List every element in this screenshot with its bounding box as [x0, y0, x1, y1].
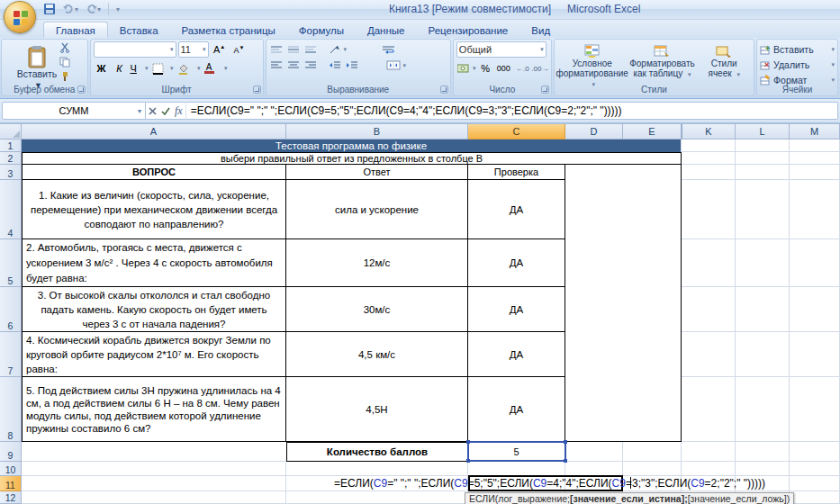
font-dialog-launcher[interactable]: [253, 86, 261, 94]
cell-m1[interactable]: [790, 140, 840, 152]
cell-d8[interactable]: [565, 377, 682, 442]
increase-font-button[interactable]: А▲: [211, 41, 229, 58]
cell-a8-question5[interactable]: 5. Под действием силы 3Н пружина удлинил…: [22, 377, 286, 442]
insert-function-button[interactable]: fx: [175, 104, 183, 118]
decrease-indent-button[interactable]: [328, 60, 342, 71]
cell-c8-check5[interactable]: ДА: [468, 377, 565, 442]
font-name-combo[interactable]: ▾: [94, 41, 176, 58]
cell-d6[interactable]: [565, 287, 682, 332]
save-button[interactable]: [41, 2, 58, 16]
enter-icon[interactable]: [161, 107, 170, 115]
cell-c10[interactable]: [468, 462, 565, 476]
cell-m4[interactable]: [790, 180, 840, 239]
row-header-6[interactable]: 6: [0, 287, 21, 332]
align-left-button[interactable]: [269, 60, 284, 71]
cell-l6[interactable]: [736, 287, 790, 332]
select-all-corner[interactable]: [0, 124, 22, 140]
format-painter-button[interactable]: [59, 70, 71, 83]
cell-b4-answer1[interactable]: сила и ускорение: [286, 180, 468, 239]
row-header-8[interactable]: 8: [0, 377, 21, 442]
cell-m11[interactable]: [790, 476, 840, 491]
cell-d3[interactable]: [565, 165, 682, 180]
cell-m5[interactable]: [790, 239, 840, 287]
row-header-12[interactable]: 12: [0, 491, 21, 504]
cell-l4[interactable]: [736, 180, 790, 239]
cell-a10[interactable]: [22, 462, 286, 476]
cell-b9-score-label[interactable]: Количество баллов: [286, 442, 468, 462]
row-header-4[interactable]: 4: [0, 180, 21, 239]
formula-input[interactable]: =ЕСЛИ(C9=" ";" ";ЕСЛИ(C9=5;"5";ЕСЛИ(C9=4…: [185, 102, 838, 120]
increase-indent-button[interactable]: [345, 60, 359, 71]
accounting-format-button[interactable]: ▾: [456, 60, 477, 76]
merge-center-button[interactable]: ▾: [385, 59, 408, 71]
decrease-font-button[interactable]: А▼: [230, 41, 248, 58]
row-header-3[interactable]: 3: [0, 165, 21, 180]
column-header-c[interactable]: C: [468, 124, 565, 140]
cell-m7[interactable]: [790, 332, 840, 377]
cell-b7-answer4[interactable]: 4,5 км/с: [286, 332, 468, 377]
office-button[interactable]: [4, 1, 36, 33]
cell-d7[interactable]: [565, 332, 682, 377]
cell-m3[interactable]: [790, 165, 840, 180]
cell-a7-question4[interactable]: 4. Космический корабль движется вокруг З…: [22, 332, 286, 377]
cut-button[interactable]: [59, 41, 71, 54]
cell-d5[interactable]: [565, 239, 682, 287]
column-header-a[interactable]: A: [22, 124, 286, 140]
orientation-button[interactable]: ▾: [328, 43, 348, 56]
cell-k1[interactable]: [682, 140, 736, 152]
customize-qat-button[interactable]: ▾: [114, 2, 122, 16]
column-header-e[interactable]: E: [623, 124, 682, 140]
decrease-decimal-button[interactable]: .00→: [532, 60, 548, 76]
align-bottom-button[interactable]: [303, 44, 318, 55]
cancel-icon[interactable]: [149, 107, 157, 115]
cell-m9[interactable]: [790, 442, 840, 462]
cell-l1[interactable]: [736, 140, 790, 152]
redo-button[interactable]: ▾: [84, 2, 103, 16]
cell-l2[interactable]: [736, 152, 790, 165]
cell-a3-question-header[interactable]: ВОПРОС: [22, 165, 286, 180]
cell-a4-question1[interactable]: 1. Какие из величин (скорость, сила, уск…: [22, 180, 286, 239]
cell-k9[interactable]: [682, 442, 736, 462]
cell-m8[interactable]: [790, 377, 840, 442]
row-header-9[interactable]: 9: [0, 442, 21, 462]
font-size-combo[interactable]: 11▾: [178, 41, 209, 58]
tab-home[interactable]: Главная: [43, 22, 108, 38]
tab-page-layout[interactable]: Разметка страницы: [170, 22, 287, 38]
cell-k6[interactable]: [682, 287, 736, 332]
cell-b12[interactable]: [286, 491, 468, 504]
tab-data[interactable]: Данные: [356, 22, 417, 38]
cell-l9[interactable]: [736, 442, 790, 462]
clipboard-dialog-launcher[interactable]: [77, 86, 86, 94]
in-cell-formula-text[interactable]: =ЕСЛИ(C9=" ";" ";ЕСЛИ(C9=5;"5";ЕСЛИ(C9=4…: [225, 477, 765, 490]
number-format-combo[interactable]: Общий▾: [456, 41, 546, 58]
undo-button[interactable]: ▾: [61, 2, 80, 16]
column-header-l[interactable]: L: [736, 124, 790, 140]
cell-a2-subtitle[interactable]: выбери правильный ответ из предложенных …: [22, 152, 682, 165]
copy-button[interactable]: [59, 56, 71, 68]
cell-k4[interactable]: [682, 180, 736, 239]
cell-e10[interactable]: [623, 462, 682, 476]
cell-m12[interactable]: [790, 491, 840, 504]
cell-d4[interactable]: [565, 180, 682, 239]
cell-a5-question2[interactable]: 2. Автомобиль, трогаясь с места, движетс…: [22, 239, 286, 287]
fill-color-button[interactable]: ▾: [176, 60, 202, 76]
wrap-text-button[interactable]: [381, 44, 396, 55]
font-color-button[interactable]: А ▾: [203, 60, 229, 76]
column-header-k[interactable]: K: [682, 124, 736, 140]
cell-c5-check2[interactable]: ДА: [468, 239, 565, 287]
cell-l8[interactable]: [736, 377, 790, 442]
cell-k5[interactable]: [682, 239, 736, 287]
tab-formulas[interactable]: Формулы: [287, 22, 356, 38]
cell-k8[interactable]: [682, 377, 736, 442]
name-box[interactable]: СУММ ▾: [2, 102, 146, 120]
borders-button[interactable]: ▾: [151, 60, 175, 76]
cell-l7[interactable]: [736, 332, 790, 377]
row-header-7[interactable]: 7: [0, 332, 21, 377]
row-header-5[interactable]: 5: [0, 239, 21, 287]
tab-view[interactable]: Вид: [519, 22, 562, 38]
column-header-m[interactable]: M: [790, 124, 840, 140]
align-middle-button[interactable]: [286, 44, 301, 55]
bold-button[interactable]: Ж: [94, 60, 110, 76]
alignment-dialog-launcher[interactable]: [440, 86, 448, 94]
tab-review[interactable]: Рецензирование: [416, 22, 519, 38]
